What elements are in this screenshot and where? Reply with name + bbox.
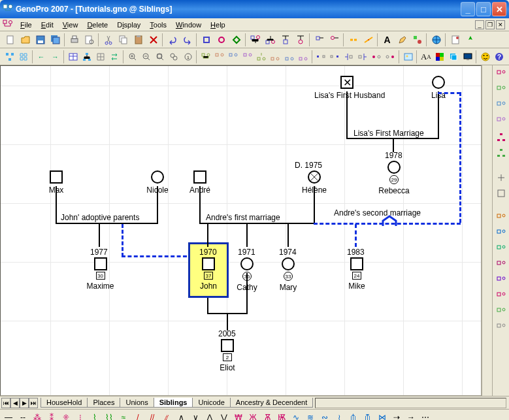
tab-unicode[interactable]: Unicode	[192, 398, 230, 408]
menu-help[interactable]: Help	[206, 20, 230, 30]
tree-button[interactable]	[80, 50, 93, 63]
undo-button[interactable]	[165, 33, 179, 46]
layers-button[interactable]	[448, 50, 460, 63]
zoom-100-button[interactable]: 1	[182, 50, 194, 63]
gen3-button[interactable]	[227, 50, 240, 63]
sym-10[interactable]: /	[131, 412, 144, 421]
sel2-button[interactable]	[329, 50, 341, 63]
person-mary[interactable]: 33 Mary	[272, 257, 304, 292]
parents-button[interactable]	[263, 33, 277, 46]
table-button[interactable]	[67, 50, 79, 63]
daughter-button[interactable]	[293, 33, 307, 46]
sym-29[interactable]: →	[404, 412, 418, 421]
side-btn-8[interactable]	[495, 187, 508, 200]
sym-19[interactable]: Ѫ	[261, 412, 274, 421]
tab-prev-button[interactable]: ◀	[10, 398, 20, 408]
link-button[interactable]	[346, 33, 360, 46]
person-john[interactable]: 37 John	[192, 257, 225, 291]
gen7-button[interactable]	[283, 50, 295, 63]
color-button[interactable]	[434, 50, 446, 63]
sym-6[interactable]: ⁝	[74, 412, 87, 421]
new-button[interactable]	[3, 33, 17, 46]
vertical-scrollbar[interactable]	[482, 65, 492, 396]
gen5-button[interactable]	[255, 50, 267, 63]
female-button[interactable]	[214, 33, 228, 46]
house-icon[interactable]	[381, 215, 398, 229]
arrange-button[interactable]	[17, 50, 29, 63]
gen6-button[interactable]	[269, 50, 282, 63]
close-button[interactable]: ✕	[492, 2, 506, 16]
person-eliot[interactable]: 2 Eliot	[211, 339, 244, 372]
cut-button[interactable]	[101, 33, 115, 46]
sel4-button[interactable]	[356, 50, 369, 63]
swap-button[interactable]	[108, 50, 121, 63]
side-btn-15[interactable]	[495, 306, 508, 319]
move-right-button[interactable]: →	[49, 50, 61, 63]
side-btn-6[interactable]	[495, 146, 508, 159]
save-button[interactable]	[33, 33, 47, 46]
male-button[interactable]	[199, 33, 213, 46]
side-btn-13[interactable]	[495, 274, 508, 287]
sym-2[interactable]: --	[16, 412, 29, 421]
tab-last-button[interactable]: ⏭	[29, 398, 38, 408]
side-btn-16[interactable]	[495, 321, 508, 334]
sym-14[interactable]: ∨	[189, 412, 202, 421]
globe-button[interactable]	[429, 33, 443, 46]
mate-male-button[interactable]	[312, 33, 326, 46]
side-btn-10[interactable]	[495, 227, 508, 240]
picture-button[interactable]	[402, 50, 414, 63]
sym-3[interactable]: ⁂	[31, 412, 44, 421]
minimize-button[interactable]: _	[461, 2, 475, 16]
mdi-minimize-button[interactable]: _	[475, 20, 484, 29]
tab-siblings[interactable]: Siblings	[154, 398, 193, 408]
open-button[interactable]	[18, 33, 32, 46]
person-rebecca[interactable]: 29 Rebecca	[374, 161, 414, 195]
mdi-restore-button[interactable]: ❐	[485, 20, 495, 29]
copy-button[interactable]	[116, 33, 130, 46]
horizontal-scrollbar[interactable]	[315, 398, 506, 408]
sel6-button[interactable]	[384, 50, 397, 63]
pencil-button[interactable]	[395, 33, 409, 46]
tab-places[interactable]: Places	[87, 398, 120, 408]
side-btn-11[interactable]	[495, 243, 508, 256]
mate-female-button[interactable]	[327, 33, 341, 46]
tab-next-button[interactable]: ▶	[20, 398, 29, 408]
autolayout-button[interactable]	[3, 50, 16, 63]
move-left-button[interactable]: ←	[35, 50, 47, 63]
gen4-button[interactable]	[241, 50, 254, 63]
sym-15[interactable]: ⋀	[203, 412, 216, 421]
side-btn-7[interactable]	[495, 171, 508, 184]
sym-26[interactable]: ⫚	[361, 412, 374, 421]
zoom-in-button[interactable]	[126, 50, 139, 63]
grid-button[interactable]	[95, 50, 107, 63]
menu-delete[interactable]: Delete	[82, 20, 112, 30]
menu-file[interactable]: File	[16, 20, 37, 30]
zoom-fit-button[interactable]	[154, 50, 167, 63]
sym-17[interactable]: ₩	[232, 412, 245, 421]
sym-12[interactable]: ⫽	[160, 412, 173, 421]
gen8-button[interactable]	[297, 50, 309, 63]
display-button[interactable]	[461, 50, 474, 63]
save-all-button[interactable]	[48, 33, 62, 46]
side-btn-14[interactable]	[495, 290, 508, 303]
sym-25[interactable]: ⫛	[347, 412, 360, 421]
side-btn-12[interactable]	[495, 259, 508, 272]
sym-24[interactable]: ≀	[333, 412, 346, 421]
sel1-button[interactable]	[314, 50, 327, 63]
pet-button[interactable]	[229, 33, 243, 46]
sym-5[interactable]: ⁜	[59, 412, 73, 421]
sym-30[interactable]: ⋯	[419, 412, 432, 421]
sym-4[interactable]: ⁑	[45, 412, 58, 421]
sym-28[interactable]: ⇢	[390, 412, 403, 421]
navigate-button[interactable]	[463, 33, 477, 46]
side-btn-2[interactable]	[495, 84, 508, 97]
text-button[interactable]: A	[380, 33, 394, 46]
sym-27[interactable]: ⋈	[376, 412, 389, 421]
menu-window[interactable]: Window	[171, 20, 206, 30]
side-btn-4[interactable]	[495, 115, 508, 128]
paste-button[interactable]	[131, 33, 145, 46]
sym-21[interactable]: ∿	[289, 412, 303, 421]
side-btn-5[interactable]	[495, 131, 508, 144]
help-button[interactable]: ?	[493, 50, 506, 63]
report-button[interactable]	[448, 33, 462, 46]
